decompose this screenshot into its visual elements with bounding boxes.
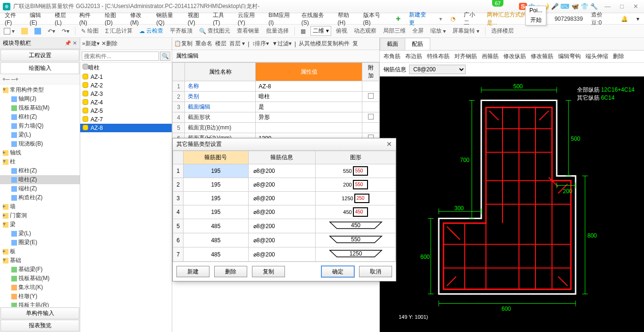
menu-item[interactable]: 文件(F) — [2, 10, 26, 27]
rename-button[interactable]: 重命名 — [195, 40, 212, 48]
dialog-close-button[interactable]: ✕ — [386, 140, 392, 148]
tree-item[interactable]: 端柱(Z) — [0, 184, 80, 193]
redo-button[interactable]: ↷▾ — [60, 27, 71, 35]
list-root[interactable]: ▾ 暗柱 — [80, 63, 172, 73]
section-canvas[interactable]: 500 500 700 800 200 300 600 600 全部纵筋 12C… — [380, 77, 644, 332]
list-item[interactable]: AZ-8 — [80, 124, 172, 132]
rebar-tool[interactable]: 特殊布筋 — [427, 52, 450, 60]
notification-badge[interactable]: 67 — [492, 0, 503, 7]
rebar-tool[interactable]: 修改纵筋 — [503, 52, 526, 60]
dropdown-icon[interactable]: ▾ — [634, 15, 642, 23]
tree-item[interactable]: 梁(L) — [0, 229, 80, 238]
minimize-button[interactable]: ― — [602, 3, 613, 10]
tree-item[interactable]: ▸板 — [0, 247, 80, 256]
tree-item[interactable]: 基础梁(F) — [0, 265, 80, 274]
sum-button[interactable]: Σ 汇总计算 — [103, 26, 134, 36]
tree-item[interactable]: ▸轴线 — [0, 148, 80, 157]
viewrebar-button[interactable]: 查看钢量 — [235, 26, 261, 36]
search-input[interactable] — [82, 51, 159, 61]
tree-item[interactable]: 框柱(Z) — [0, 112, 80, 121]
tree-item[interactable]: 暗柱(Z) — [0, 175, 80, 184]
menu-item[interactable]: 版本号(B) — [360, 10, 390, 27]
fullscreen-button[interactable]: 全屏 — [410, 26, 426, 36]
batch-button[interactable]: 批量选择 — [264, 26, 291, 36]
menu-item[interactable]: 钢筋量(Q) — [153, 10, 184, 27]
copy2-button[interactable]: 复 — [352, 40, 358, 48]
tree-item[interactable]: ▾基础 — [0, 256, 80, 265]
selfloor-button[interactable]: 选择楼层 — [489, 26, 516, 36]
topview-button[interactable]: 俯视 — [334, 26, 349, 36]
tree-item[interactable]: ▾柱 — [0, 157, 80, 166]
tab-project-settings[interactable]: 工程设置 — [0, 50, 79, 61]
tree-item[interactable]: 轴网(J) — [0, 94, 80, 103]
list-item[interactable]: AZ-1 — [80, 73, 172, 81]
dlg-copy-button[interactable]: 复制 — [252, 266, 285, 277]
draw-button[interactable]: ✎绘图 — [79, 26, 100, 36]
tree-item[interactable]: 构造柱(Z) — [0, 193, 80, 202]
tree-item[interactable]: ▸门窗洞 — [0, 211, 80, 220]
rebar-tool[interactable]: 布角筋 — [384, 52, 401, 60]
menu-item[interactable]: BIM应用(I) — [266, 10, 298, 27]
tree-item[interactable]: ▾常用构件类型 — [0, 85, 80, 94]
dlg-new-button[interactable]: 新建 — [176, 266, 209, 277]
menu-item[interactable]: 云应用(Y) — [235, 10, 265, 27]
local3d-button[interactable]: 局部三维 — [381, 26, 408, 36]
dlg-ok-button[interactable]: 确定 — [321, 266, 354, 277]
rebar-tool[interactable]: 修改箍筋 — [531, 52, 553, 60]
ime-item[interactable]: ⌨ — [560, 3, 569, 10]
rotate-button[interactable]: 屏幕旋转▾ — [451, 26, 481, 36]
component-tree[interactable]: ▾常用构件类型轴网(J)筏板基础(M)框柱(Z)剪力墙(Q)梁(L)现浇板(B)… — [0, 85, 80, 307]
cloud-check-button[interactable]: ☁云检查 — [137, 26, 165, 36]
new-button[interactable]: »新建▾ — [82, 40, 100, 48]
sort-button[interactable]: ↕排序▾ — [252, 40, 269, 48]
menu-item[interactable]: 在线服务(S) — [299, 10, 334, 27]
tree-item[interactable]: 剪力墙(Q) — [0, 121, 80, 130]
grid-icon[interactable]: ▦ — [299, 27, 308, 35]
new-file-button[interactable]: ▾ — [2, 27, 17, 35]
poi-start-button[interactable]: 开始 — [529, 15, 542, 24]
menu-item[interactable]: 帮助(H) — [335, 10, 360, 27]
menu-item[interactable]: 绘图(D) — [102, 10, 126, 27]
rebar-tool[interactable]: 删除 — [613, 52, 624, 60]
rebar-tool[interactable]: 对齐钢筋 — [454, 52, 477, 60]
tab-section[interactable]: 截面 — [380, 38, 405, 50]
list-item[interactable]: AZ-5 — [80, 107, 172, 115]
tab-draw-input[interactable]: 绘图输入 — [0, 62, 79, 74]
rebar-tool[interactable]: 端头伸缩 — [585, 52, 608, 60]
ime-item[interactable]: 👕 — [581, 3, 588, 10]
new-change-button[interactable]: 新建变更 — [406, 10, 434, 28]
stirrup-table[interactable]: 箍筋图号箍筋信息图形1195⌀8@2005505502195⌀8@2002005… — [173, 151, 396, 262]
menu-item[interactable]: 修改(M) — [127, 10, 152, 27]
menu-item[interactable]: 楼层(L) — [52, 10, 75, 27]
menu-item[interactable]: 编辑(E) — [27, 10, 51, 27]
list-item[interactable]: AZ-4 — [80, 98, 172, 107]
dim-select[interactable]: 二维 ▾ — [310, 26, 331, 36]
list-item[interactable]: AZ-3 — [80, 90, 172, 98]
tree-item[interactable]: 集水坑(K) — [0, 283, 80, 292]
zoom-button[interactable]: 缩放▾ — [428, 26, 448, 36]
tab-rebar[interactable]: 配筋 — [405, 38, 430, 50]
component-list[interactable]: ▾ 暗柱AZ-1AZ-2AZ-3AZ-4AZ-5AZ-7AZ-8 — [80, 63, 172, 332]
save-button[interactable] — [33, 27, 43, 35]
open-file-button[interactable] — [19, 27, 30, 35]
tree-item[interactable]: 筏板主筋(R) — [0, 301, 80, 307]
rebar-tool[interactable]: 画箍筋 — [482, 52, 499, 60]
copy-button[interactable]: 📋复制 — [174, 40, 192, 48]
dlg-cancel-button[interactable]: 取消 — [359, 266, 392, 277]
copyfloor-button[interactable]: 从其他楼层复制构件 — [299, 40, 350, 48]
tree-item[interactable]: 筏板基础(M) — [0, 103, 80, 112]
dlg-delete-button[interactable]: 删除 — [214, 266, 247, 277]
dynamic-button[interactable]: 动态观察 — [352, 26, 378, 36]
list-item[interactable]: AZ-7 — [80, 115, 172, 124]
tree-item[interactable]: 柱墩(Y) — [0, 292, 80, 301]
tree-item[interactable]: 框柱(Z) — [0, 166, 80, 175]
list-item[interactable]: AZ-2 — [80, 81, 172, 90]
firstfloor-select[interactable]: 首层 ▾ — [229, 40, 245, 48]
ime-item[interactable]: 🎤 — [551, 3, 559, 10]
ime-item[interactable]: 🦋 — [571, 3, 579, 10]
menu-item[interactable]: 构件(N) — [76, 10, 101, 27]
ime-item[interactable]: 🔧 — [590, 3, 598, 10]
menu-item[interactable]: 工具(T) — [210, 10, 234, 27]
tree-item[interactable]: ▾梁 — [0, 220, 80, 229]
tree-toolbar[interactable]: +─ ─+ — [0, 75, 80, 85]
